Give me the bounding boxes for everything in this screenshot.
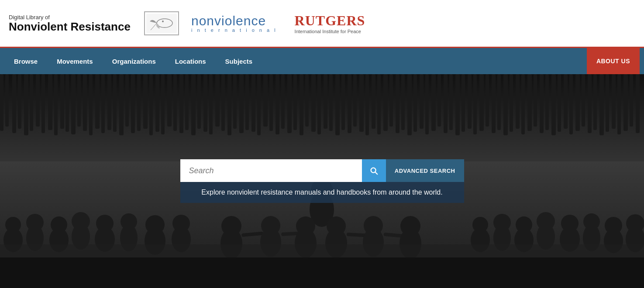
svg-rect-153 bbox=[281, 232, 301, 236]
svg-rect-103 bbox=[575, 74, 580, 131]
svg-rect-65 bbox=[348, 74, 351, 133]
site-title-top: Digital Library of bbox=[9, 14, 131, 21]
svg-point-2 bbox=[162, 21, 164, 22]
search-submit-button[interactable] bbox=[362, 159, 386, 182]
site-header: Digital Library of Nonviolent Resistance… bbox=[0, 0, 644, 48]
svg-rect-66 bbox=[353, 74, 357, 127]
svg-rect-62 bbox=[329, 74, 333, 131]
svg-rect-108 bbox=[606, 74, 609, 132]
svg-rect-31 bbox=[143, 74, 148, 129]
svg-point-129 bbox=[172, 215, 190, 232]
svg-point-159 bbox=[363, 228, 384, 257]
nonviolence-logo-box bbox=[144, 11, 179, 35]
svg-point-160 bbox=[364, 216, 383, 235]
svg-rect-50 bbox=[257, 74, 261, 135]
svg-rect-98 bbox=[545, 74, 549, 130]
svg-point-135 bbox=[516, 216, 532, 233]
svg-rect-80 bbox=[437, 74, 441, 127]
nav-item-browse[interactable]: Browse bbox=[4, 48, 47, 74]
nonviolence-international-logo: nonviolence i n t e r n a t i o n a l bbox=[191, 14, 277, 33]
svg-rect-71 bbox=[383, 74, 388, 131]
svg-rect-48 bbox=[245, 74, 249, 130]
svg-rect-109 bbox=[612, 74, 616, 129]
svg-rect-58 bbox=[305, 74, 309, 127]
svg-rect-9 bbox=[12, 74, 16, 133]
svg-rect-33 bbox=[155, 74, 159, 132]
svg-rect-20 bbox=[77, 74, 81, 127]
svg-rect-10 bbox=[18, 74, 21, 129]
svg-rect-8 bbox=[5, 74, 9, 127]
svg-rect-82 bbox=[449, 74, 453, 130]
svg-rect-93 bbox=[516, 74, 520, 129]
svg-rect-87 bbox=[479, 74, 484, 131]
svg-rect-15 bbox=[48, 74, 52, 130]
svg-rect-158 bbox=[347, 233, 366, 237]
svg-rect-6 bbox=[0, 74, 644, 161]
svg-rect-49 bbox=[251, 74, 255, 132]
svg-point-154 bbox=[295, 228, 317, 258]
svg-point-118 bbox=[49, 228, 69, 252]
nav-item-movements[interactable]: Movements bbox=[47, 48, 103, 74]
svg-rect-30 bbox=[137, 74, 141, 131]
svg-rect-28 bbox=[125, 74, 129, 127]
svg-point-134 bbox=[514, 228, 534, 252]
svg-rect-7 bbox=[0, 74, 3, 131]
svg-rect-37 bbox=[179, 74, 183, 133]
svg-rect-22 bbox=[89, 74, 93, 135]
nav-item-subjects[interactable]: Subjects bbox=[216, 48, 262, 74]
svg-rect-102 bbox=[569, 74, 573, 134]
svg-point-141 bbox=[583, 213, 600, 230]
svg-rect-63 bbox=[335, 74, 340, 135]
search-section: ADVANCED SEARCH Explore nonviolent resis… bbox=[180, 159, 464, 203]
svg-rect-111 bbox=[623, 74, 628, 131]
svg-rect-11 bbox=[24, 74, 28, 135]
svg-point-157 bbox=[327, 216, 346, 236]
rutgers-logo-block: RUTGERS International Institute for Peac… bbox=[295, 13, 365, 34]
svg-point-139 bbox=[561, 215, 579, 232]
svg-rect-42 bbox=[209, 74, 213, 134]
svg-point-136 bbox=[537, 223, 555, 250]
svg-rect-110 bbox=[617, 74, 621, 134]
svg-point-117 bbox=[26, 214, 44, 231]
svg-rect-106 bbox=[593, 74, 597, 130]
svg-rect-18 bbox=[65, 74, 69, 132]
svg-point-122 bbox=[95, 226, 115, 252]
svg-rect-16 bbox=[54, 74, 58, 135]
svg-rect-44 bbox=[221, 74, 225, 131]
svg-point-116 bbox=[26, 225, 44, 251]
svg-rect-55 bbox=[287, 74, 292, 133]
svg-rect-41 bbox=[203, 74, 207, 132]
svg-rect-73 bbox=[396, 74, 399, 133]
about-us-button[interactable]: ABOUT US bbox=[587, 48, 640, 74]
svg-rect-165 bbox=[0, 244, 644, 257]
svg-rect-100 bbox=[558, 74, 561, 132]
svg-point-119 bbox=[51, 216, 67, 233]
svg-rect-26 bbox=[113, 74, 117, 132]
svg-rect-99 bbox=[551, 74, 556, 135]
svg-rect-52 bbox=[269, 74, 273, 131]
search-icon bbox=[369, 166, 379, 175]
svg-rect-29 bbox=[131, 74, 135, 133]
svg-point-124 bbox=[120, 224, 138, 251]
svg-rect-59 bbox=[311, 74, 316, 132]
svg-rect-27 bbox=[119, 74, 124, 135]
site-title-block: Digital Library of Nonviolent Resistance bbox=[9, 14, 131, 33]
svg-rect-53 bbox=[276, 74, 279, 134]
nav-item-locations[interactable]: Locations bbox=[165, 48, 216, 74]
nav-item-organizations[interactable]: Organizations bbox=[103, 48, 165, 74]
site-title-main: Nonviolent Resistance bbox=[9, 21, 131, 33]
svg-rect-85 bbox=[468, 74, 472, 129]
svg-point-152 bbox=[261, 216, 280, 235]
svg-rect-45 bbox=[227, 74, 231, 135]
svg-rect-101 bbox=[564, 74, 568, 129]
svg-point-155 bbox=[296, 216, 315, 236]
svg-rect-36 bbox=[173, 74, 177, 131]
svg-point-151 bbox=[260, 228, 281, 257]
advanced-search-button[interactable]: ADVANCED SEARCH bbox=[386, 159, 464, 182]
svg-point-148 bbox=[220, 228, 242, 259]
svg-rect-60 bbox=[317, 74, 321, 134]
svg-rect-90 bbox=[497, 74, 501, 130]
svg-rect-43 bbox=[215, 74, 220, 127]
svg-point-114 bbox=[3, 228, 23, 252]
search-input[interactable] bbox=[180, 159, 362, 182]
